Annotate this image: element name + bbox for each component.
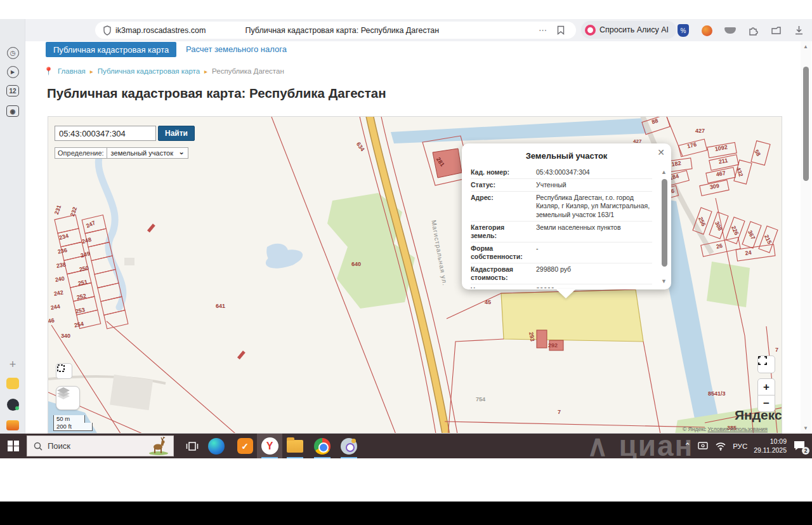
- tab-title: Публичная кадастровая карта: Республика …: [245, 26, 439, 35]
- measure-button[interactable]: [56, 363, 72, 379]
- tab-land-tax-link[interactable]: Расчет земельного налога: [186, 44, 287, 54]
- popup-field-row: Адрес:Республика Дагестан, г.о. город Ки…: [471, 191, 652, 220]
- paint3d-icon[interactable]: [336, 434, 362, 458]
- map-scale: 50 m 200 ft: [53, 415, 93, 431]
- deer-image: [148, 436, 169, 455]
- play-icon[interactable]: ▶: [6, 65, 20, 79]
- file-explorer-icon[interactable]: [282, 434, 308, 458]
- yandex-maps-logo: Яндекс: [735, 408, 782, 423]
- popup-field-row: Кад. номер:05:43:000347:304: [471, 166, 652, 178]
- tray-expand-icon[interactable]: ⌃: [684, 441, 691, 451]
- tray-time: 10:09: [754, 437, 787, 446]
- popup-title: Земельный участок: [462, 151, 671, 161]
- tasks-app-icon[interactable]: ✓: [232, 434, 258, 458]
- screen: ◷ ▶ 12 ◉ + ⋯ ← Я ⟳ ik3map.roscadastres.c…: [0, 0, 812, 525]
- start-button[interactable]: [0, 434, 27, 458]
- letterbox-bar: [0, 502, 812, 525]
- edge-icon[interactable]: [204, 434, 229, 458]
- page-scrollbar[interactable]: ▲ ▼: [801, 41, 811, 434]
- add-panel-icon[interactable]: +: [6, 357, 20, 371]
- alice-icon: [585, 25, 596, 36]
- downloads-icon[interactable]: [792, 23, 806, 37]
- task-view-icon[interactable]: [180, 434, 205, 458]
- cashback-icon[interactable]: [700, 23, 714, 37]
- popup-field-row: Уточненная площадь:30000 кв.м: [471, 284, 652, 288]
- taskbar-search[interactable]: Поиск: [27, 435, 174, 456]
- breadcrumb-current: Республика Дагестан: [212, 67, 284, 75]
- map-canvas[interactable]: 2312322472342482362492382502402512422522…: [48, 116, 782, 434]
- taskbar-search-placeholder: Поиск: [48, 441, 70, 451]
- popup-field-row: Статус:Учтенный: [471, 178, 652, 191]
- wifi-icon[interactable]: [715, 442, 726, 451]
- sync-icon[interactable]: [723, 23, 737, 37]
- language-indicator[interactable]: РУС: [733, 442, 747, 450]
- chrome-icon[interactable]: [310, 434, 335, 458]
- notifications-icon[interactable]: 2: [793, 440, 807, 453]
- scrollbar-thumb[interactable]: [803, 67, 809, 181]
- breadcrumb: 📍 Главная ▸ Публичная кадастровая карта …: [44, 67, 284, 76]
- copyright-text: © Яндекс: [683, 426, 706, 432]
- search-icon: [34, 442, 43, 451]
- find-button[interactable]: Найти: [158, 126, 195, 141]
- site-badge-icon: [103, 25, 112, 36]
- collections-icon[interactable]: [769, 23, 783, 37]
- pin-icon: 📍: [44, 67, 53, 76]
- extensions-icon[interactable]: [746, 23, 760, 37]
- map-attribution: © Яндекс Условия использования: [683, 426, 768, 432]
- object-type-select[interactable]: земельный участок: [107, 147, 188, 159]
- more-menu-icon[interactable]: ⋯: [539, 25, 547, 35]
- breadcrumb-separator: ▸: [204, 68, 207, 75]
- notification-badge: 2: [802, 447, 809, 455]
- popup-field-row: Форма собственности:-: [471, 242, 652, 263]
- object-type-label: Определение:: [55, 147, 107, 159]
- system-tray: ⌃ РУС 10:09 29.11.2025 2: [684, 434, 812, 458]
- zoom-in-button[interactable]: +: [757, 378, 775, 395]
- taskbar: Поиск ✓ Y ∧ циан ⌃ РУС 10:09: [0, 434, 812, 458]
- tab-public-cadastral-map[interactable]: Публичная кадастровая карта: [46, 42, 176, 57]
- url-text: ik3map.roscadastres.com: [115, 26, 206, 35]
- popup-pointer: [556, 289, 576, 298]
- yandex-browser-icon[interactable]: Y: [257, 434, 282, 458]
- breadcrumb-separator: ▸: [90, 68, 93, 75]
- popup-scrollbar[interactable]: [662, 179, 667, 267]
- bookmark-icon[interactable]: [557, 25, 565, 35]
- popup-field-row: Категория земель:Земли населенных пункто…: [471, 221, 652, 242]
- history-icon[interactable]: ◷: [6, 46, 20, 60]
- cast-icon[interactable]: [697, 441, 709, 451]
- close-icon[interactable]: ✕: [657, 147, 665, 157]
- terms-link[interactable]: Условия использования: [708, 426, 768, 432]
- windows-logo-icon: [8, 441, 19, 452]
- page-title: Публичная кадастровая карта: Республика …: [47, 86, 386, 101]
- tray-date: 29.11.2025: [754, 446, 787, 455]
- calendar-icon[interactable]: 12: [6, 84, 20, 98]
- protect-icon[interactable]: %: [676, 23, 690, 37]
- scale-feet: 200 ft: [53, 423, 93, 431]
- parcel-info-popup: Земельный участок ✕ Кад. номер:05:43:000…: [462, 143, 671, 289]
- fullscreen-button[interactable]: [757, 356, 775, 373]
- scroll-up-icon[interactable]: ▲: [661, 169, 667, 175]
- scale-meters: 50 m: [53, 415, 85, 423]
- address-bar[interactable]: ik3map.roscadastres.com Публичная кадаст…: [95, 22, 576, 39]
- cadastral-search-input[interactable]: [55, 126, 156, 141]
- mail-app-icon[interactable]: [6, 418, 20, 432]
- dark-app-icon[interactable]: [6, 397, 20, 411]
- clock[interactable]: 10:09 29.11.2025: [754, 437, 787, 455]
- breadcrumb-home[interactable]: Главная: [58, 67, 86, 75]
- map-artwork: [48, 117, 782, 434]
- layers-button[interactable]: [56, 386, 80, 410]
- ask-alice-button[interactable]: Спросить Алису AI: [581, 21, 676, 39]
- screenshot-icon[interactable]: ◉: [6, 104, 20, 118]
- scrollbar-down-icon[interactable]: ▼: [803, 425, 808, 431]
- breadcrumb-section[interactable]: Публичная кадастровая карта: [98, 67, 200, 75]
- browser-sidebar: ◷ ▶ 12 ◉ + ⋯: [0, 19, 25, 434]
- watermark: ∧ циан: [587, 434, 693, 458]
- popup-field-row: Кадастровая стоимость:299880 руб: [471, 263, 652, 284]
- yandex-app-icon[interactable]: [6, 376, 20, 390]
- scroll-down-icon[interactable]: ▼: [661, 278, 667, 284]
- page-content: Публичная кадастровая карта Расчет земел…: [26, 41, 801, 434]
- popup-fields: Кад. номер:05:43:000347:304Статус:Учтенн…: [471, 166, 652, 288]
- ask-alice-label: Спросить Алису AI: [599, 25, 669, 34]
- scrollbar-up-icon[interactable]: ▲: [803, 44, 808, 50]
